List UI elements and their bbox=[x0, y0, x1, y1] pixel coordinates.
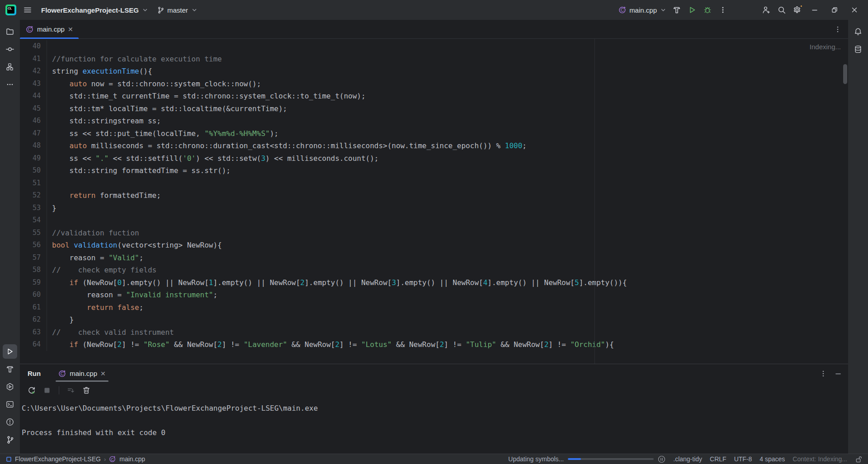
problems-icon bbox=[5, 417, 14, 427]
window-restore-button[interactable] bbox=[826, 3, 844, 17]
notifications-button[interactable] bbox=[851, 24, 865, 39]
code-line[interactable]: 45 std::tm* localTime = std::localtime(&… bbox=[20, 103, 848, 115]
code-line[interactable]: 40 bbox=[20, 40, 848, 53]
code-line[interactable]: 47 ss << std::put_time(localTime, "%Y%m%… bbox=[20, 127, 848, 140]
debug-button[interactable] bbox=[701, 3, 714, 17]
line-number[interactable]: 48 bbox=[20, 140, 41, 152]
line-ending-widget[interactable]: CRLF bbox=[710, 455, 726, 463]
line-number[interactable]: 45 bbox=[20, 103, 41, 115]
line-number[interactable]: 57 bbox=[20, 252, 41, 264]
run-console-tab[interactable]: C main.cpp ✕ bbox=[54, 364, 110, 383]
line-number[interactable]: 54 bbox=[20, 214, 41, 227]
code-line[interactable]: 52 return formattedTime; bbox=[20, 189, 848, 202]
editor-scrollbar-thumb[interactable] bbox=[843, 64, 847, 84]
build-tool-button[interactable] bbox=[3, 362, 17, 376]
code-line[interactable]: 63// check valid instrument bbox=[20, 326, 848, 339]
line-number[interactable]: 40 bbox=[20, 40, 41, 53]
line-number[interactable]: 51 bbox=[20, 177, 41, 190]
commit-tool-button[interactable] bbox=[3, 42, 17, 56]
code-line[interactable]: 50 std::string formattedTime = ss.str(); bbox=[20, 164, 848, 177]
line-number[interactable]: 60 bbox=[20, 289, 41, 301]
line-number[interactable]: 44 bbox=[20, 90, 41, 103]
code-line[interactable]: 49 ss << "." << std::setfill('0') << std… bbox=[20, 152, 848, 165]
code-text: //function for calculate execution time bbox=[47, 53, 222, 66]
line-number[interactable]: 64 bbox=[20, 338, 41, 351]
line-number[interactable]: 49 bbox=[20, 152, 41, 165]
code-line[interactable]: 54 bbox=[20, 214, 848, 227]
more-tool-windows-button[interactable] bbox=[3, 77, 17, 92]
line-number[interactable]: 55 bbox=[20, 227, 41, 239]
project-tool-button[interactable] bbox=[3, 24, 17, 39]
run-tool-button[interactable] bbox=[3, 344, 17, 359]
code-line[interactable]: 57 reason = "Valid"; bbox=[20, 252, 848, 264]
code-line[interactable]: 58// check empty fields bbox=[20, 264, 848, 277]
problems-tool-button[interactable] bbox=[3, 415, 17, 429]
code-with-me-button[interactable] bbox=[760, 3, 773, 17]
line-number[interactable]: 42 bbox=[20, 65, 41, 78]
rerun-button[interactable] bbox=[26, 384, 38, 396]
code-line[interactable]: 43 auto now = std::chrono::system_clock:… bbox=[20, 78, 848, 90]
breadcrumb-project[interactable]: FlowerExchangeProject-LSEG bbox=[15, 455, 101, 463]
unlock-icon[interactable] bbox=[855, 455, 863, 463]
project-selector[interactable]: FlowerExchangeProject-LSEG bbox=[39, 3, 150, 17]
code-line[interactable]: 51 bbox=[20, 177, 848, 190]
code-line[interactable]: 64 if (NewRow[2] != "Rose" && NewRow[2] … bbox=[20, 338, 848, 351]
run-panel-options-button[interactable] bbox=[819, 370, 827, 378]
clear-console-button[interactable] bbox=[80, 384, 92, 396]
window-close-button[interactable] bbox=[845, 3, 863, 17]
code-line[interactable]: 46 std::stringstream ss; bbox=[20, 115, 848, 127]
line-number[interactable]: 50 bbox=[20, 164, 41, 177]
tab-close-icon[interactable]: ✕ bbox=[68, 26, 73, 33]
code-line[interactable]: 59 if (NewRow[0].empty() || NewRow[1].em… bbox=[20, 277, 848, 289]
code-line[interactable]: 44 std::time_t currentTime = std::chrono… bbox=[20, 90, 848, 103]
editor[interactable]: 4041//function for calculate execution t… bbox=[20, 39, 848, 364]
more-actions-button[interactable] bbox=[716, 3, 730, 17]
code-line[interactable]: 62 } bbox=[20, 314, 848, 326]
line-number[interactable]: 43 bbox=[20, 78, 41, 90]
line-number[interactable]: 59 bbox=[20, 277, 41, 289]
code-line[interactable]: 42string executionTime(){ bbox=[20, 65, 848, 78]
breadcrumb-file[interactable]: main.cpp bbox=[119, 455, 145, 463]
window-minimize-button[interactable] bbox=[806, 3, 824, 17]
line-number[interactable]: 46 bbox=[20, 115, 41, 127]
tab-options-button[interactable] bbox=[834, 25, 842, 33]
code-line[interactable]: 41//function for calculate execution tim… bbox=[20, 53, 848, 66]
run-button[interactable] bbox=[685, 3, 699, 17]
line-number[interactable]: 52 bbox=[20, 189, 41, 202]
code-line[interactable]: 60 reason = "Invalid instrument"; bbox=[20, 289, 848, 301]
line-number[interactable]: 61 bbox=[20, 301, 41, 314]
vcs-branch-widget[interactable]: master bbox=[155, 3, 199, 17]
settings-button[interactable] bbox=[790, 3, 804, 17]
scroll-to-end-button[interactable] bbox=[65, 384, 77, 396]
editor-tab-main-cpp[interactable]: C main.cpp ✕ bbox=[20, 20, 79, 38]
tab-close-icon[interactable]: ✕ bbox=[100, 370, 106, 377]
terminal-tool-button[interactable] bbox=[3, 397, 17, 412]
line-number[interactable]: 53 bbox=[20, 202, 41, 215]
database-tool-button[interactable] bbox=[851, 42, 865, 56]
stop-button[interactable] bbox=[41, 384, 53, 396]
build-button[interactable] bbox=[670, 3, 684, 17]
services-tool-button[interactable] bbox=[3, 380, 17, 394]
line-number[interactable]: 41 bbox=[20, 53, 41, 66]
line-number[interactable]: 58 bbox=[20, 264, 41, 277]
indent-widget[interactable]: 4 spaces bbox=[760, 455, 785, 463]
line-number[interactable]: 56 bbox=[20, 239, 41, 252]
encoding-widget[interactable]: UTF-8 bbox=[734, 455, 752, 463]
code-line[interactable]: 61 return false; bbox=[20, 301, 848, 314]
run-configuration-selector[interactable]: C main.cpp bbox=[616, 3, 668, 17]
code-line[interactable]: 56bool validation(vector<string> NewRow)… bbox=[20, 239, 848, 252]
structure-tool-button[interactable] bbox=[3, 60, 17, 74]
line-number[interactable]: 47 bbox=[20, 127, 41, 140]
code-line[interactable]: 53} bbox=[20, 202, 848, 215]
hide-panel-button[interactable] bbox=[835, 370, 842, 377]
code-line[interactable]: 55//validation fuction bbox=[20, 227, 848, 239]
line-number[interactable]: 62 bbox=[20, 314, 41, 326]
pause-task-button[interactable] bbox=[658, 455, 665, 463]
git-tool-button[interactable] bbox=[3, 432, 17, 447]
search-everywhere-button[interactable] bbox=[775, 3, 788, 17]
run-console-output[interactable]: C:\Users\User\Documents\Projects\FlowerE… bbox=[20, 398, 848, 454]
line-number[interactable]: 63 bbox=[20, 326, 41, 339]
main-menu-button[interactable] bbox=[21, 3, 34, 17]
code-line[interactable]: 48 auto milliseconds = std::chrono::dura… bbox=[20, 140, 848, 152]
clang-tidy-widget[interactable]: .clang-tidy bbox=[673, 455, 702, 463]
